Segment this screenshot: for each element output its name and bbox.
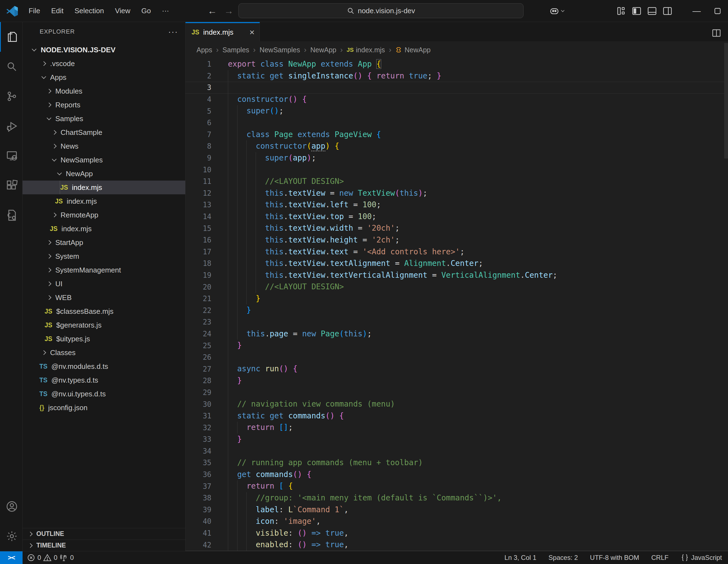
js-file-icon: JS: [50, 225, 58, 233]
status-spaces-2[interactable]: Spaces: 2: [542, 551, 584, 564]
activity-item-custom-tools[interactable]: [0, 200, 23, 230]
menu-item-[interactable]: ···: [156, 4, 174, 17]
status-crlf[interactable]: CRLF: [645, 551, 675, 564]
tree-item-label: System: [55, 252, 79, 261]
customize-layout-button[interactable]: [614, 3, 629, 19]
activity-item-extensions[interactable]: [0, 171, 23, 200]
code-text: get commands() {: [228, 469, 311, 481]
tree-item-startapp[interactable]: StartApp: [23, 236, 186, 249]
indent-guide: [237, 316, 238, 328]
tree-item-index-mjs[interactable]: JSindex.mjs: [23, 194, 186, 208]
tree-item-samples[interactable]: Samples: [23, 112, 186, 126]
indent-guide: [228, 316, 228, 328]
tree-item-label: index.mjs: [61, 225, 92, 233]
forward-button[interactable]: →: [224, 6, 233, 16]
tree-item-apps[interactable]: Apps: [23, 70, 186, 84]
toggle-panel-button[interactable]: [644, 3, 660, 19]
tree-item--nv-modules-d-ts[interactable]: TS@nv.modules.d.ts: [23, 359, 186, 373]
tree-item-system[interactable]: System: [23, 249, 186, 263]
tab-index-mjs[interactable]: JS index.mjs ×: [186, 22, 260, 41]
split-editor-button[interactable]: [709, 25, 724, 41]
breadcrumb-item-newapp[interactable]: NewApp: [395, 46, 431, 54]
tree-item-index-mjs[interactable]: JSindex.mjs: [23, 181, 186, 194]
code-editor[interactable]: 1export class NewApp extends App {2 stat…: [186, 58, 728, 551]
code-text: return [];: [228, 422, 293, 434]
tree-item-label: jsconfig.json: [48, 404, 88, 412]
tree-item--classesbase-mjs[interactable]: JS$classesBase.mjs: [23, 304, 186, 318]
tree-item-modules[interactable]: Modules: [23, 84, 186, 98]
status-ln-3-col-1[interactable]: Ln 3, Col 1: [498, 551, 542, 564]
vscode-logo-icon: [6, 5, 18, 17]
activity-item-source-control[interactable]: [0, 81, 23, 111]
code-text: }: [228, 304, 251, 316]
toggle-primary-sidebar-button[interactable]: [629, 3, 644, 19]
activity-item-run-and-debug[interactable]: [0, 111, 23, 141]
section-timeline[interactable]: TIMELINE: [23, 540, 186, 551]
command-center-search[interactable]: node.vision.js-dev: [238, 3, 523, 18]
tree-item-classes[interactable]: Classes: [23, 346, 186, 359]
section-outline[interactable]: OUTLINE: [23, 528, 186, 540]
activity-item-settings[interactable]: [0, 521, 23, 551]
menu-item-file[interactable]: File: [23, 4, 46, 17]
minimize-button[interactable]: —: [686, 0, 707, 22]
line-number: 3: [186, 83, 211, 92]
back-button[interactable]: ←: [208, 6, 217, 16]
breadcrumb-separator: ›: [389, 45, 391, 54]
tree-item-remoteapp[interactable]: RemoteApp: [23, 208, 186, 222]
tree-item-label: $generators.js: [56, 321, 102, 329]
tree-item--generators-js[interactable]: JS$generators.js: [23, 318, 186, 332]
editor-scrollbar[interactable]: [724, 43, 728, 159]
explorer-more-actions-button[interactable]: ···: [168, 27, 178, 36]
code-text: export class NewApp extends App {: [228, 58, 381, 70]
tree-item-reports[interactable]: Reports: [23, 98, 186, 112]
tree-item-label: $uitypes.js: [56, 335, 90, 343]
breadcrumb-item-newsamples[interactable]: NewSamples: [260, 46, 300, 54]
tree-item-label: index.mjs: [67, 197, 97, 206]
activity-item-explorer[interactable]: [0, 22, 23, 52]
menu-item-selection[interactable]: Selection: [69, 4, 110, 17]
activity-item-remote-explorer[interactable]: [0, 141, 23, 171]
line-number: 30: [186, 400, 211, 408]
tree-item--nv-ui-types-d-ts[interactable]: TS@nv.ui.types.d.ts: [23, 387, 186, 401]
tree-item-news[interactable]: News: [23, 139, 186, 153]
line-number: 7: [186, 130, 211, 139]
activity-item-search[interactable]: [0, 52, 23, 81]
tree-root[interactable]: NODE.VISION.JS-DEV: [23, 43, 186, 57]
tree-item-ui[interactable]: UI: [23, 277, 186, 291]
status-utf-8-with-bom[interactable]: UTF-8 with BOM: [584, 551, 645, 564]
remote-indicator[interactable]: ><: [0, 551, 23, 564]
code-text: this.textView.top = 100;: [228, 211, 376, 223]
breadcrumb-item-index-mjs[interactable]: JSindex.mjs: [347, 46, 385, 54]
problems-status[interactable]: 000: [23, 551, 78, 564]
code-text: }: [228, 434, 242, 445]
code-line-38: 38 //group: '<main meny item (default is…: [186, 492, 728, 504]
ts-file-icon: TS: [39, 363, 47, 370]
tree-item-systemmanagement[interactable]: SystemManagement: [23, 263, 186, 277]
copilot-button[interactable]: [549, 3, 564, 19]
breadcrumb-item-apps[interactable]: Apps: [197, 46, 212, 54]
breadcrumb-item-newapp[interactable]: NewApp: [310, 46, 337, 54]
maximize-button[interactable]: [707, 0, 728, 22]
tab-close-icon[interactable]: ×: [249, 27, 255, 37]
status-javascript[interactable]: JavaScript: [675, 551, 728, 564]
tree-item--uitypes-js[interactable]: JS$uitypes.js: [23, 332, 186, 346]
tree-item-jsconfig-json[interactable]: {}jsconfig.json: [23, 401, 186, 415]
menu-item-edit[interactable]: Edit: [46, 4, 69, 17]
tree-item-chartsample[interactable]: ChartSample: [23, 126, 186, 139]
status-label: JavaScript: [691, 554, 722, 562]
activity-item-accounts[interactable]: [0, 492, 23, 521]
menu-item-view[interactable]: View: [110, 4, 136, 17]
tree-item-web[interactable]: WEB: [23, 291, 186, 304]
tree-item-index-mjs[interactable]: JSindex.mjs: [23, 222, 186, 236]
error-icon: [27, 554, 35, 562]
remote-explorer-icon: [6, 150, 18, 162]
tree-item--nv-types-d-ts[interactable]: TS@nv.types.d.ts: [23, 373, 186, 387]
tree-item-newsamples[interactable]: NewSamples: [23, 153, 186, 167]
breadcrumb-item-samples[interactable]: Samples: [222, 46, 249, 54]
toggle-secondary-sidebar-button[interactable]: [660, 3, 675, 19]
code-line-11: 11 //<LAYOUT DESIGN>: [186, 176, 728, 187]
menu-item-go[interactable]: Go: [136, 4, 157, 17]
code-line-4: 4 constructor() {: [186, 94, 728, 105]
tree-item--vscode[interactable]: .vscode: [23, 57, 186, 70]
tree-item-newapp[interactable]: NewApp: [23, 167, 186, 181]
